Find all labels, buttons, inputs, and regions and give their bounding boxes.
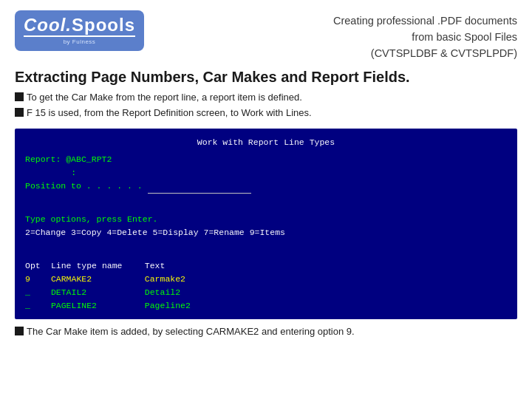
terminal-type-options: Type options, press Enter. xyxy=(25,213,507,226)
terminal-row-1: _ DETAIL2 Detail2 xyxy=(25,286,507,299)
header: Cool. Spools by Fulness Creating profess… xyxy=(0,0,532,67)
header-opt: Opt xyxy=(25,259,46,273)
bullet-item-2: F 15 is used, from the Report Definition… xyxy=(15,106,517,120)
row0-text: Carmake2 xyxy=(145,273,185,286)
bullet-icon-2 xyxy=(15,108,24,117)
logo: Cool. Spools by Fulness xyxy=(15,10,144,51)
header-line-type: Line type name xyxy=(51,259,140,273)
bullet-text-1: To get the Car Make from the report line… xyxy=(27,91,302,104)
terminal-row-2: _ PAGELINE2 Pageline2 xyxy=(25,299,507,313)
terminal-screen: Work with Report Line Types Report: @ABC… xyxy=(15,129,517,320)
header-text-col: Text xyxy=(145,259,166,273)
title-line1: Creating professional .PDF documents xyxy=(333,15,517,27)
section-title: Extracting Page Numbers, Car Makes and R… xyxy=(15,67,517,86)
terminal-table-header: Opt Line type name Text xyxy=(25,259,507,273)
bullet-text-2: F 15 is used, from the Report Definition… xyxy=(27,106,312,120)
terminal-colon: : xyxy=(71,168,76,177)
terminal-report-label: Report: xyxy=(25,154,61,164)
footer-bullet-text: The Car Make item is added, by selecting… xyxy=(27,325,355,338)
terminal-report-line: Report: @ABC_RPT2 xyxy=(25,153,507,166)
terminal-report-value: @ABC_RPT2 xyxy=(66,154,112,164)
terminal-spacer2 xyxy=(25,246,507,259)
terminal-position-line: Position to . . . . . . xyxy=(25,180,507,194)
terminal-row-0: 9 CARMAKE2 Carmake2 xyxy=(25,273,507,286)
row1-text: Detail2 xyxy=(145,286,180,299)
row2-opt: _ xyxy=(25,299,46,313)
header-title: Creating professional .PDF documents fro… xyxy=(159,10,517,61)
bullet-list: To get the Car Make from the report line… xyxy=(15,91,517,122)
terminal-colon-line: : xyxy=(25,166,507,180)
bullet-item-1: To get the Car Make from the report line… xyxy=(15,91,517,104)
logo-cool-text: Cool. xyxy=(24,16,72,34)
title-line3: (CVTSPLDBF & CVTSPLPDF) xyxy=(371,47,517,59)
terminal-spacer xyxy=(25,200,507,213)
footer-bullet: The Car Make item is added, by selecting… xyxy=(15,325,517,338)
terminal-position-field xyxy=(148,180,251,194)
bullet-icon-1 xyxy=(15,92,24,101)
terminal-title: Work with Report Line Types xyxy=(25,136,507,149)
logo-subtitle: by Fulness xyxy=(64,38,96,45)
footer-bullet-icon xyxy=(15,327,24,335)
terminal-options-bar: 2=Change 3=Copy 4=Delete 5=Display 7=Ren… xyxy=(25,226,507,239)
row2-linetype: PAGELINE2 xyxy=(51,299,140,313)
terminal-position-label: Position to . . . . . . xyxy=(25,181,143,191)
logo-underline xyxy=(24,35,135,37)
page: Cool. Spools by Fulness Creating profess… xyxy=(0,0,532,399)
row2-text: Pageline2 xyxy=(145,299,191,313)
row1-opt: _ xyxy=(25,286,46,299)
row1-linetype: DETAIL2 xyxy=(51,286,140,299)
title-line2: from basic Spool Files xyxy=(412,31,517,43)
row0-linetype: CARMAKE2 xyxy=(51,273,140,286)
logo-spools-text: Spools xyxy=(72,16,135,34)
main-content: Extracting Page Numbers, Car Makes and R… xyxy=(0,67,532,399)
row0-opt: 9 xyxy=(25,273,46,286)
